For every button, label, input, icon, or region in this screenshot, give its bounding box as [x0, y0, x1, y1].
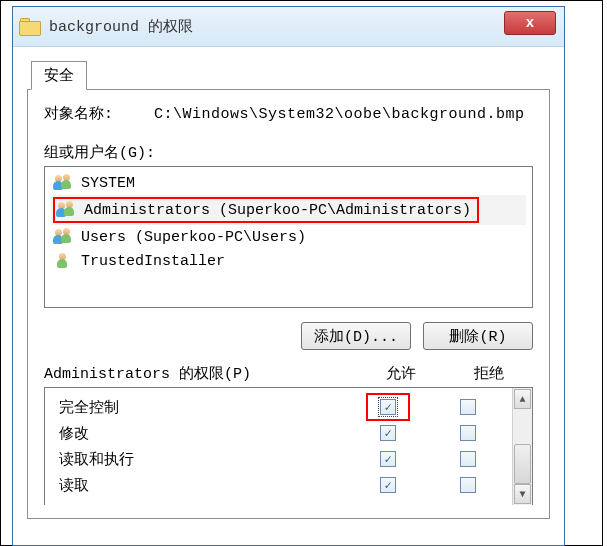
allow-checkbox[interactable]	[380, 399, 396, 415]
principal-name: SYSTEM	[81, 175, 135, 192]
deny-column-label: 拒绝	[445, 364, 533, 383]
scroll-thumb[interactable]	[514, 444, 531, 484]
scroll-up-button[interactable]: ▲	[514, 389, 531, 409]
allow-checkbox[interactable]	[380, 451, 396, 467]
folder-icon	[19, 18, 43, 36]
object-name-label: 对象名称:	[44, 104, 134, 123]
permissions-header: Administrators 的权限(P) 允许 拒绝	[44, 364, 533, 383]
tab-security[interactable]: 安全	[31, 61, 87, 90]
deny-checkbox[interactable]	[460, 399, 476, 415]
permission-label: 读取	[59, 476, 348, 495]
deny-checkbox[interactable]	[460, 425, 476, 441]
highlight-box	[366, 393, 410, 421]
deny-checkbox[interactable]	[460, 451, 476, 467]
deny-checkbox[interactable]	[460, 477, 476, 493]
highlight-box: Administrators (Superkoo-PC\Administrato…	[53, 197, 479, 223]
object-path: C:\Windows\System32\oobe\background.bmp	[154, 106, 525, 123]
principal-name: TrustedInstaller	[81, 253, 225, 270]
tab-content: 对象名称: C:\Windows\System32\oobe\backgroun…	[27, 89, 550, 519]
list-item[interactable]: SYSTEM	[51, 171, 526, 195]
principal-name: Users (Superkoo-PC\Users)	[81, 229, 306, 246]
close-icon: x	[526, 15, 534, 31]
list-item[interactable]: Administrators (Superkoo-PC\Administrato…	[51, 195, 526, 225]
scrollbar[interactable]: ▲ ▼	[512, 388, 532, 505]
principal-name: Administrators (Superkoo-PC\Administrato…	[84, 202, 471, 219]
list-item[interactable]: TrustedInstaller	[51, 249, 526, 273]
users-group-icon	[53, 173, 75, 193]
permissions-for-label: Administrators 的权限(P)	[44, 364, 357, 383]
permission-row: 读取	[59, 472, 508, 498]
principals-list[interactable]: SYSTEM Administrators (Superkoo-PC\Admin…	[44, 166, 533, 308]
allow-column-label: 允许	[357, 364, 445, 383]
permission-row: 修改	[59, 420, 508, 446]
permission-label: 读取和执行	[59, 450, 348, 469]
users-group-icon	[56, 200, 78, 220]
titlebar[interactable]: background 的权限 x	[13, 7, 564, 47]
list-item[interactable]: Users (Superkoo-PC\Users)	[51, 225, 526, 249]
permissions-list: 完全控制 修改	[44, 387, 533, 505]
remove-button[interactable]: 删除(R)	[423, 322, 533, 350]
scroll-track[interactable]	[513, 410, 532, 483]
permission-label: 修改	[59, 424, 348, 443]
allow-checkbox[interactable]	[380, 425, 396, 441]
principal-buttons: 添加(D)... 删除(R)	[44, 322, 533, 350]
users-group-icon	[53, 227, 75, 247]
permission-row: 读取和执行	[59, 446, 508, 472]
add-button[interactable]: 添加(D)...	[301, 322, 411, 350]
user-icon	[53, 251, 75, 271]
permission-label: 完全控制	[59, 398, 348, 417]
permission-row: 完全控制	[59, 394, 508, 420]
permissions-dialog: background 的权限 x 安全 对象名称: C:\Windows\Sys…	[12, 6, 565, 546]
window-title: background 的权限	[49, 17, 193, 36]
object-row: 对象名称: C:\Windows\System32\oobe\backgroun…	[44, 104, 533, 123]
client-area: 安全 对象名称: C:\Windows\System32\oobe\backgr…	[13, 47, 564, 520]
close-button[interactable]: x	[504, 11, 556, 35]
group-users-label: 组或用户名(G):	[44, 143, 533, 162]
allow-checkbox[interactable]	[380, 477, 396, 493]
scroll-down-button[interactable]: ▼	[514, 484, 531, 504]
